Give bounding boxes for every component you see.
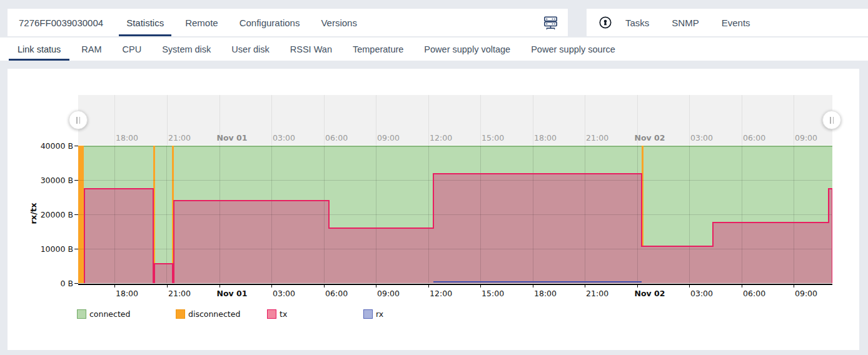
subtab-ram-label: RAM: [81, 44, 101, 54]
range-axis-label: 09:00: [786, 133, 826, 142]
nav-item-snmp-label: SNMP: [672, 18, 699, 28]
subtab-cpu[interactable]: CPU: [114, 38, 151, 61]
link-status-chart: 18:0021:00Nov 0103:0006:0009:0012:0015:0…: [8, 69, 859, 350]
device-id: 7276FF0039030004: [19, 18, 103, 28]
legend-item-rx: rx: [363, 309, 383, 319]
y-axis-tick-label: 0 B: [34, 279, 73, 288]
keyhole-icon[interactable]: [597, 14, 614, 31]
x-axis-tick: [324, 285, 325, 288]
range-handle-left[interactable]: [69, 111, 88, 129]
x-axis-tick: [637, 285, 638, 288]
x-axis-tick-label: 18:00: [107, 289, 147, 298]
legend-label-rx: rx: [376, 309, 383, 319]
x-axis-tick: [585, 285, 585, 288]
server-rack-icon[interactable]: [542, 14, 559, 31]
x-axis-tick: [376, 285, 376, 288]
tab-versions-label: Versions: [321, 18, 357, 28]
x-axis-tick-label: 09:00: [786, 289, 826, 298]
subtab-user-disk-label: User disk: [231, 44, 269, 54]
y-axis-tick: [74, 180, 78, 181]
tx-area: [84, 189, 153, 283]
x-axis-tick: [428, 285, 429, 288]
x-axis-tick: [114, 285, 115, 288]
x-axis-tick-label: 21:00: [577, 289, 617, 298]
subtab-rssi-wan[interactable]: RSSI Wan: [281, 38, 341, 61]
subtab-ram[interactable]: RAM: [73, 38, 110, 61]
nav-item-snmp[interactable]: SNMP: [660, 9, 710, 36]
range-axis-label: 03:00: [264, 133, 304, 142]
tab-statistics[interactable]: Statistics: [116, 9, 174, 36]
x-axis-tick: [480, 285, 481, 288]
subtab-power-supply-source[interactable]: Power supply source: [522, 38, 624, 61]
range-axis-label: Nov 02: [630, 133, 670, 142]
link-status-plot-area[interactable]: [78, 146, 832, 283]
range-axis-label: 06:00: [734, 133, 774, 142]
x-axis-tick-label: 21:00: [159, 289, 199, 298]
x-axis-tick: [167, 285, 168, 288]
utility-nav-bar: Tasks SNMP Events: [587, 9, 868, 36]
subtab-system-disk-label: System disk: [162, 44, 211, 54]
x-axis-tick: [689, 285, 690, 288]
x-axis-tick-label: 09:00: [368, 289, 408, 298]
range-axis-label: 12:00: [421, 133, 461, 142]
x-axis-tick-label: 18:00: [525, 289, 565, 298]
x-axis-tick-label: 03:00: [264, 289, 304, 298]
nav-item-tasks[interactable]: Tasks: [614, 9, 660, 36]
tab-configurations-label: Configurations: [240, 18, 300, 28]
y-axis-tick-label: 40000 B: [34, 141, 73, 151]
tab-versions[interactable]: Versions: [310, 9, 368, 36]
x-axis-tick: [794, 285, 794, 288]
subtab-link-status[interactable]: Link status: [9, 38, 69, 61]
y-axis-tick: [74, 283, 78, 284]
x-axis-tick: [533, 285, 533, 288]
tab-remote[interactable]: Remote: [174, 9, 229, 36]
legend-swatch-tx: [267, 309, 276, 319]
subtab-power-supply-voltage[interactable]: Power supply voltage: [415, 38, 519, 61]
subtab-power-supply-source-label: Power supply source: [531, 44, 615, 54]
legend-item-connected: connected: [77, 309, 130, 319]
range-axis-label: 06:00: [316, 133, 356, 142]
x-axis-tick-label: 06:00: [316, 289, 356, 298]
x-axis-tick-label: 15:00: [473, 289, 513, 298]
range-axis-label: 09:00: [368, 133, 408, 142]
drag-handle-icon: [76, 117, 78, 124]
legend-swatch-disconnected: [176, 309, 185, 319]
range-axis-label: Nov 01: [212, 133, 252, 142]
y-axis-tick-label: 20000 B: [34, 210, 73, 219]
subtab-cpu-label: CPU: [123, 44, 142, 54]
y-axis-tick-label: 10000 B: [34, 244, 73, 254]
range-handle-right[interactable]: [822, 111, 841, 129]
subtab-link-status-label: Link status: [18, 44, 61, 54]
subtab-power-supply-voltage-label: Power supply voltage: [424, 44, 510, 54]
x-axis-tick-label: Nov 02: [630, 289, 670, 298]
legend-label-connected: connected: [89, 309, 130, 319]
nav-item-events-label: Events: [722, 18, 750, 28]
tab-statistics-label: Statistics: [126, 18, 164, 28]
subtab-user-disk[interactable]: User disk: [223, 38, 278, 61]
subtab-system-disk[interactable]: System disk: [153, 38, 220, 61]
tx-area: [154, 264, 173, 283]
y-axis-tick: [74, 146, 78, 146]
device-nav-bar: 7276FF0039030004 Statistics Remote Confi…: [8, 9, 568, 36]
range-axis-label: 21:00: [577, 133, 617, 142]
drag-handle-icon: [79, 117, 81, 124]
subtab-rssi-wan-label: RSSI Wan: [290, 44, 332, 54]
subtab-temperature[interactable]: Temperature: [344, 38, 412, 61]
nav-item-events[interactable]: Events: [710, 9, 762, 36]
legend-swatch-rx: [363, 309, 373, 319]
drag-handle-icon: [833, 117, 834, 124]
subtab-temperature-label: Temperature: [353, 44, 403, 54]
x-axis-tick: [271, 285, 272, 288]
y-axis-title: rx/tx: [29, 201, 38, 226]
x-axis-tick-label: Nov 01: [212, 289, 252, 298]
tab-configurations[interactable]: Configurations: [229, 9, 311, 36]
x-axis-tick: [220, 285, 220, 288]
chart-panel: 18:0021:00Nov 0103:0006:0009:0012:0015:0…: [8, 69, 859, 350]
range-axis-label: 21:00: [159, 133, 199, 142]
range-axis-label: 03:00: [682, 133, 722, 142]
nav-item-tasks-label: Tasks: [625, 18, 649, 28]
legend-item-disconnected: disconnected: [176, 309, 240, 319]
legend-swatch-connected: [77, 309, 86, 319]
x-axis-line: [78, 284, 832, 285]
range-axis-label: 18:00: [107, 133, 147, 142]
